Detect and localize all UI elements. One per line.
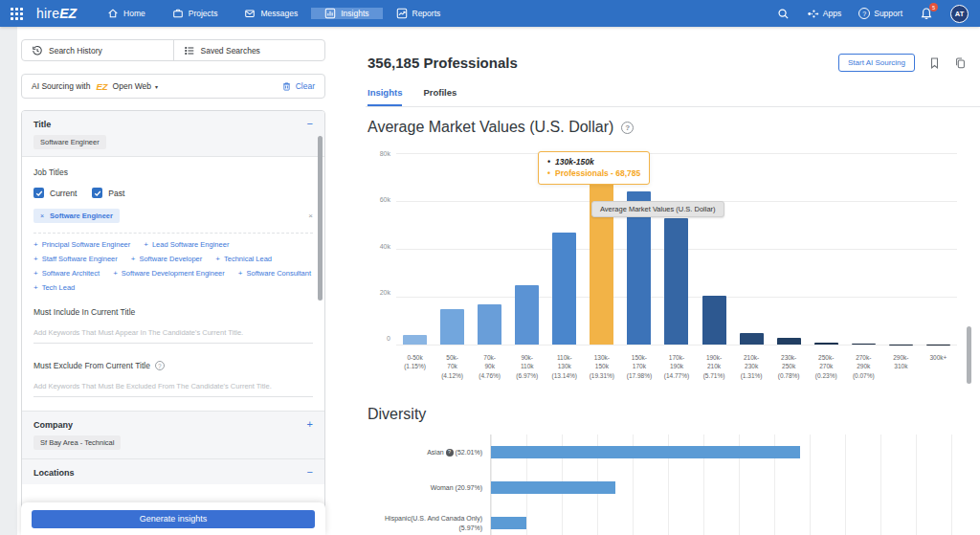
- clear-job-titles-icon[interactable]: ×: [308, 212, 313, 220]
- caret-down-icon: ▾: [155, 83, 158, 90]
- job-titles-label: Job Titles: [33, 167, 313, 177]
- checkbox-current[interactable]: Current: [33, 188, 77, 198]
- checkbox-checked-icon: [33, 188, 44, 198]
- professionals-count-title: 356,185 Professionals: [368, 55, 518, 71]
- x-tick-label: 90k-110k(6.97%): [508, 348, 546, 385]
- suggestion-add[interactable]: +Software Architect: [33, 269, 100, 278]
- search-icon[interactable]: [777, 8, 790, 20]
- main-scrollbar[interactable]: [967, 326, 971, 384]
- bar-90k-110k[interactable]: [515, 285, 539, 345]
- info-icon[interactable]: ?: [446, 449, 454, 457]
- bar-50k-70k[interactable]: [440, 309, 464, 345]
- support-menu[interactable]: ? Support: [858, 8, 902, 19]
- briefcase-icon: [172, 8, 184, 19]
- chip-label: Software Engineer: [50, 212, 113, 220]
- tab-insights[interactable]: Insights: [368, 87, 402, 106]
- sidebar-tabs: Search History Saved Searches: [21, 39, 325, 61]
- x-tick-label: 270k-290k(0.07%): [845, 348, 882, 385]
- checkbox-label: Past: [108, 189, 124, 198]
- suggestion-add[interactable]: +Technical Lead: [215, 255, 272, 263]
- suggestion-add[interactable]: +Lead Software Engineer: [144, 240, 229, 249]
- diversity-label: Hispanic(U.S. And Canada Only) (5.97%): [368, 514, 490, 532]
- dot-icon: •: [547, 168, 550, 178]
- add-plus-icon[interactable]: +: [307, 420, 313, 429]
- apps-menu[interactable]: Apps: [807, 8, 841, 20]
- avatar[interactable]: AT: [950, 5, 969, 23]
- suggestion-label: Technical Lead: [224, 255, 272, 263]
- diversity-bar-Asian[interactable]: [491, 446, 800, 458]
- diversity-bar-track: [490, 435, 967, 470]
- suggestion-add[interactable]: +Principal Software Engineer: [33, 240, 130, 249]
- remove-tag-icon[interactable]: ×: [40, 212, 44, 219]
- x-tick-label: 130k-150k(19.31%): [583, 348, 620, 385]
- divider: [33, 233, 313, 234]
- nav-label: Messages: [260, 9, 298, 18]
- tab-saved-searches[interactable]: Saved Searches: [173, 40, 325, 60]
- help-icon[interactable]: ?: [621, 122, 634, 134]
- open-web-dropdown[interactable]: Open Web ▾: [113, 81, 159, 91]
- app-launcher-grid-icon[interactable]: [0, 8, 33, 20]
- selected-job-title-chip[interactable]: × Software Engineer: [33, 209, 120, 223]
- must-exclude-input[interactable]: [33, 378, 313, 397]
- nav-item-reports[interactable]: Reports: [383, 8, 455, 19]
- bar-110k-130k[interactable]: [552, 233, 576, 345]
- must-include-input[interactable]: [33, 324, 313, 344]
- nav-item-messages[interactable]: Messages: [231, 8, 311, 19]
- dropdown-value: Open Web: [113, 81, 151, 91]
- tab-label: Saved Searches: [201, 46, 260, 56]
- left-gutter: [0, 27, 17, 535]
- sidebar-scrollbar[interactable]: [318, 136, 323, 301]
- diversity-row: Woman (20.97%): [368, 470, 967, 505]
- title-tag[interactable]: Software Engineer: [33, 135, 106, 149]
- suggestion-add[interactable]: +Software Development Engineer: [113, 269, 225, 278]
- history-icon: [32, 45, 43, 56]
- checkbox-past[interactable]: Past: [92, 188, 124, 198]
- collapse-minus-icon[interactable]: −: [307, 468, 313, 477]
- nav-item-home[interactable]: Home: [94, 8, 159, 19]
- dot-icon: •: [547, 157, 550, 167]
- suggestion-add[interactable]: +Staff Software Engineer: [33, 255, 118, 263]
- notifications-bell[interactable]: 5: [920, 7, 933, 20]
- bar-0-50k[interactable]: [403, 335, 427, 345]
- plus-icon: +: [238, 269, 243, 278]
- bar-190k-210k[interactable]: [702, 296, 726, 345]
- nav-item-insights[interactable]: Insights: [311, 8, 382, 19]
- diversity-bar-Woman[interactable]: [491, 481, 615, 494]
- hireez-logo[interactable]: hireEZ: [36, 6, 77, 21]
- start-ai-sourcing-button[interactable]: Start AI Sourcing: [838, 54, 915, 72]
- tab-search-history[interactable]: Search History: [22, 40, 173, 60]
- company-section: Company + Sf Bay Area - Technical: [22, 411, 324, 459]
- suggestion-add[interactable]: +Software Consultant: [238, 269, 311, 278]
- bar-170k-190k[interactable]: [664, 218, 688, 345]
- bar-210k-230k[interactable]: [740, 333, 764, 345]
- trash-icon: [281, 81, 292, 92]
- suggestion-add[interactable]: +Tech Lead: [33, 283, 75, 292]
- tab-profiles[interactable]: Profiles: [423, 87, 457, 106]
- diversity-label: Asian ? (52.01%): [368, 448, 490, 457]
- bar-270k-290k[interactable]: [852, 344, 876, 345]
- market-values-chart: 80k60k40k20k0 0-50k(1.15%)50k-70k(4.12%)…: [368, 147, 967, 385]
- clear-button[interactable]: Clear: [281, 81, 315, 92]
- bar-230k-250k[interactable]: [777, 338, 801, 345]
- suggestion-add[interactable]: +Software Developer: [131, 255, 203, 263]
- plus-icon: +: [144, 240, 148, 249]
- tooltip-range: 130k-150k: [555, 157, 594, 167]
- x-tick-label: 0-50k(1.15%): [396, 348, 434, 385]
- company-tag[interactable]: Sf Bay Area - Technical: [33, 435, 121, 450]
- copy-icon[interactable]: [954, 56, 967, 70]
- x-tick-label: 250k-270k(0.23%): [808, 348, 845, 385]
- collapse-minus-icon[interactable]: −: [307, 120, 313, 128]
- locations-section-label: Locations: [33, 468, 313, 478]
- page-body: Search History Saved Searches AI Sourcin…: [0, 27, 980, 535]
- bookmark-icon[interactable]: [928, 56, 941, 70]
- envelope-icon: [244, 8, 256, 19]
- bar-70k-90k[interactable]: [478, 304, 501, 345]
- generate-insights-button[interactable]: Generate insights: [32, 510, 315, 528]
- diversity-bar-Hispanic(U.S. And Canada Only)[interactable]: [491, 517, 526, 529]
- nav-item-projects[interactable]: Projects: [159, 8, 232, 19]
- bar-slot: [434, 153, 471, 345]
- home-icon: [107, 8, 119, 19]
- bar-250k-270k[interactable]: [814, 343, 838, 345]
- help-icon[interactable]: ?: [155, 361, 165, 370]
- suggestion-label: Software Development Engineer: [122, 269, 225, 278]
